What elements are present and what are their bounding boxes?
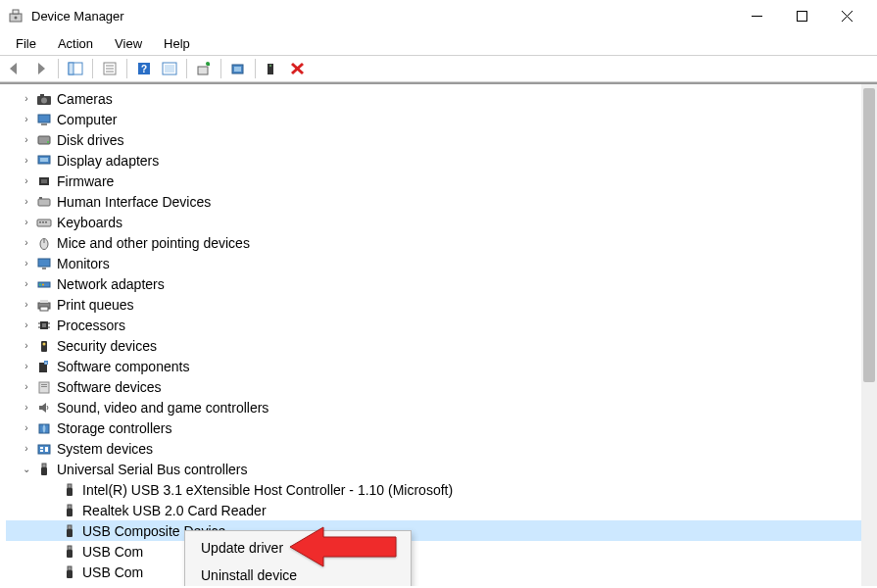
tree-category[interactable]: › Mice and other pointing devices — [6, 232, 877, 253]
context-update-driver[interactable]: Update driver — [187, 534, 409, 562]
scan-hardware-button[interactable] — [226, 58, 250, 79]
tree-category[interactable]: › + Software components — [6, 356, 877, 376]
menu-file[interactable]: File — [6, 33, 46, 54]
svg-rect-72 — [41, 467, 47, 475]
chevron-right-icon[interactable]: › — [20, 195, 33, 209]
chevron-right-icon[interactable]: › — [20, 257, 33, 270]
chevron-right-icon[interactable]: › — [20, 318, 33, 332]
forward-button[interactable] — [29, 58, 53, 79]
keyboard-icon — [35, 215, 53, 230]
svg-rect-51 — [40, 307, 48, 311]
tree-category[interactable]: › Print queues — [6, 294, 877, 315]
chevron-right-icon[interactable]: › — [20, 236, 33, 250]
remove-button[interactable] — [286, 58, 310, 79]
chevron-right-icon[interactable]: › — [20, 133, 33, 147]
tree-device[interactable]: Intel(R) USB 3.1 eXtensible Host Control… — [6, 479, 877, 500]
device-tree: › Cameras › Computer › Disk drives › Dis… — [0, 84, 877, 586]
tree-category-usb[interactable]: ⌄ Universal Serial Bus controllers — [6, 459, 877, 479]
chevron-right-icon[interactable]: › — [20, 380, 33, 394]
tree-category[interactable]: › Disk drives — [6, 129, 877, 150]
svg-rect-70 — [45, 447, 48, 452]
tree-label: Realtek USB 2.0 Card Reader — [82, 503, 267, 518]
uninstall-button[interactable] — [261, 58, 284, 79]
tree-category[interactable]: › System devices — [6, 438, 877, 459]
expander-blank — [45, 504, 59, 517]
toolbar-separator — [92, 59, 93, 78]
tree-category[interactable]: › Processors — [6, 315, 877, 335]
chevron-right-icon[interactable]: › — [20, 113, 33, 126]
tree-label: Processors — [57, 318, 125, 333]
toolbar: ? — [0, 55, 877, 82]
menu-action[interactable]: Action — [48, 33, 103, 54]
tree-category[interactable]: › Software devices — [6, 376, 877, 397]
tree-label: System devices — [57, 441, 153, 457]
chevron-right-icon[interactable]: › — [20, 154, 33, 168]
scan-button[interactable] — [158, 58, 181, 79]
tree-label: Keyboards — [57, 215, 122, 230]
scrollbar-thumb[interactable] — [863, 88, 875, 382]
tree-label: USB Com — [82, 544, 143, 560]
chevron-right-icon[interactable]: › — [20, 360, 33, 373]
svg-point-48 — [42, 283, 44, 285]
minimize-button[interactable] — [734, 0, 779, 31]
svg-rect-69 — [40, 450, 43, 452]
tree-category[interactable]: › Cameras — [6, 88, 877, 109]
svg-rect-79 — [68, 546, 72, 550]
svg-rect-8 — [69, 63, 73, 74]
tree-device[interactable]: USB Com — [6, 562, 877, 582]
svg-rect-81 — [68, 566, 72, 570]
tree-category[interactable]: › Human Interface Devices — [6, 191, 877, 212]
expander-blank — [45, 483, 59, 497]
context-uninstall-device[interactable]: Uninstall device — [187, 562, 409, 586]
update-driver-button[interactable] — [192, 58, 216, 79]
software-dev-icon — [35, 379, 53, 395]
chevron-right-icon[interactable]: › — [20, 442, 33, 456]
tree-category[interactable]: › Sound, video and game controllers — [6, 397, 877, 417]
chevron-right-icon[interactable]: › — [20, 339, 33, 353]
tree-label: Display adapters — [57, 153, 159, 169]
app-icon — [8, 8, 24, 24]
chevron-right-icon[interactable]: › — [20, 216, 33, 229]
tree-category[interactable]: › Network adapters — [6, 273, 877, 294]
tree-label: Universal Serial Bus controllers — [57, 462, 248, 477]
tree-label: Software components — [57, 359, 189, 374]
usb-icon — [35, 462, 53, 477]
tree-category[interactable]: › Display adapters — [6, 150, 877, 171]
chevron-right-icon[interactable]: › — [20, 401, 33, 415]
chevron-right-icon[interactable]: › — [20, 277, 33, 291]
svg-rect-67 — [38, 445, 50, 454]
chevron-right-icon[interactable]: › — [20, 174, 33, 188]
tree-category[interactable]: › Storage controllers — [6, 417, 877, 438]
svg-rect-82 — [67, 570, 73, 578]
svg-rect-44 — [38, 259, 50, 267]
window-controls — [734, 0, 869, 31]
vertical-scrollbar[interactable] — [861, 84, 877, 586]
maximize-button[interactable] — [779, 0, 824, 31]
chevron-right-icon[interactable]: › — [20, 298, 33, 312]
svg-rect-4 — [797, 11, 806, 21]
tree-device[interactable]: Realtek USB 2.0 Card Reader — [6, 500, 877, 520]
tree-category[interactable]: › Security devices — [6, 335, 877, 356]
tree-device[interactable]: USB Com — [6, 541, 877, 562]
show-hide-tree-button[interactable] — [64, 58, 87, 79]
chevron-right-icon[interactable]: › — [20, 421, 33, 435]
menu-help[interactable]: Help — [154, 33, 200, 54]
expander-blank — [45, 545, 59, 559]
software-icon: + — [35, 359, 53, 374]
properties-button[interactable] — [98, 58, 122, 79]
chevron-down-icon[interactable]: ⌄ — [20, 463, 33, 476]
help-button[interactable]: ? — [132, 58, 156, 79]
tree-category[interactable]: › Firmware — [6, 171, 877, 191]
tree-category[interactable]: › Monitors — [6, 253, 877, 273]
back-button[interactable] — [4, 58, 27, 79]
tree-device[interactable]: USB Composite Device — [6, 520, 877, 541]
sound-icon — [35, 400, 53, 416]
tree-label: Sound, video and game controllers — [57, 400, 268, 416]
chevron-right-icon[interactable]: › — [20, 92, 33, 106]
expander-blank — [45, 565, 59, 579]
menu-view[interactable]: View — [105, 33, 152, 54]
tree-category[interactable]: › Keyboards — [6, 212, 877, 232]
close-button[interactable] — [824, 0, 869, 31]
tree-category[interactable]: › Computer — [6, 109, 877, 129]
tree-label: USB Com — [82, 564, 143, 580]
